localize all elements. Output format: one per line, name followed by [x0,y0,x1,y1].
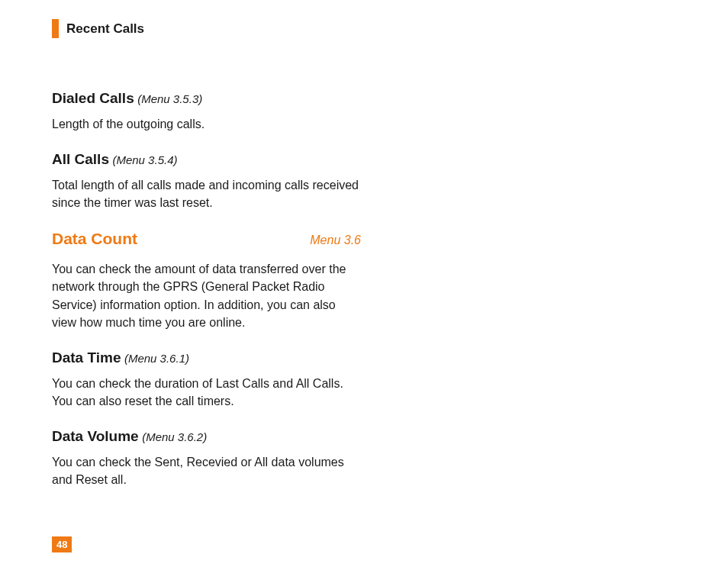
section-title: Data Time [52,349,121,366]
section-body: Length of the outgoing calls. [52,115,361,133]
page-number-badge: 48 [52,536,72,552]
section-heading-dialed-calls: Dialed Calls (Menu 3.5.3) [52,90,361,108]
section-menu-ref: (Menu 3.6.1) [124,352,189,365]
section-body: Total length of all calls made and incom… [52,176,361,211]
major-section-body: You can check the amount of data transfe… [52,260,361,331]
page-header-title: Recent Calls [66,21,144,37]
section-body: You can check the Sent, Recevied or All … [52,453,361,488]
section-menu-ref: (Menu 3.5.3) [137,92,202,105]
section-body: You can check the duration of Last Calls… [52,375,361,410]
section-heading-data-volume: Data Volume (Menu 3.6.2) [52,428,361,446]
section-menu-ref: (Menu 3.5.4) [112,153,177,166]
page-header: Recent Calls [52,19,728,38]
section-title: All Calls [52,151,109,167]
major-section-title: Data Count [52,230,137,248]
section-heading-data-time: Data Time (Menu 3.6.1) [52,349,361,367]
header-accent-bar [52,19,59,38]
section-heading-all-calls: All Calls (Menu 3.5.4) [52,151,361,169]
section-menu-ref: (Menu 3.6.2) [142,430,207,443]
section-title: Data Volume [52,428,139,444]
major-section-heading-data-count: Data Count Menu 3.6 [52,230,361,248]
major-section-menu-ref: Menu 3.6 [310,234,361,247]
manual-page: Recent Calls Dialed Calls (Menu 3.5.3) L… [0,0,728,583]
page-content: Dialed Calls (Menu 3.5.3) Length of the … [52,90,361,488]
section-title: Dialed Calls [52,90,134,106]
